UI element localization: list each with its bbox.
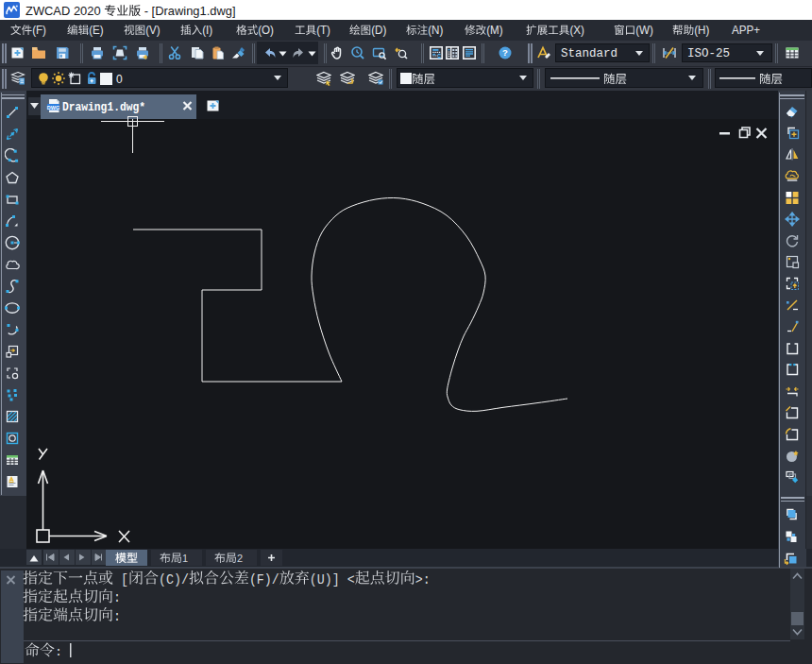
svg-text:0: 0 (116, 73, 123, 86)
svg-text:1: 1 (182, 553, 188, 564)
svg-text:(M): (M) (486, 24, 502, 37)
svg-text:(I): (I) (202, 24, 212, 37)
svg-text:(F)/: (F)/ (249, 571, 279, 588)
svg-text:(N): (N) (428, 24, 443, 37)
svg-text:ZWCAD 2020: ZWCAD 2020 (25, 4, 101, 18)
svg-text:(H): (H) (694, 24, 709, 37)
svg-text:(E): (E) (89, 24, 104, 37)
svg-text:ISO-25: ISO-25 (687, 47, 730, 60)
svg-text:(X): (X) (569, 24, 584, 37)
svg-text:(D): (D) (371, 24, 386, 37)
svg-text:>:: >: (415, 571, 431, 588)
svg-text:[: [ (121, 571, 128, 588)
svg-text:(T): (T) (316, 24, 330, 37)
svg-text:2: 2 (237, 553, 243, 564)
svg-text:(O): (O) (258, 24, 274, 37)
svg-text:Drawing1.dwg*: Drawing1.dwg* (62, 100, 145, 114)
svg-text:(V): (V) (145, 24, 161, 37)
svg-text::: : (55, 645, 62, 659)
svg-text:- [Drawing1.dwg]: - [Drawing1.dwg] (144, 4, 236, 18)
svg-text:APP+: APP+ (732, 24, 760, 37)
svg-text:(U)] <: (U)] < (310, 571, 355, 588)
svg-text:(W): (W) (635, 24, 653, 37)
svg-text::: : (113, 589, 121, 606)
svg-text:Standard: Standard (561, 47, 617, 60)
svg-text:(C)/: (C)/ (159, 571, 189, 588)
svg-text:(F): (F) (32, 24, 46, 37)
svg-text::: : (113, 608, 121, 625)
